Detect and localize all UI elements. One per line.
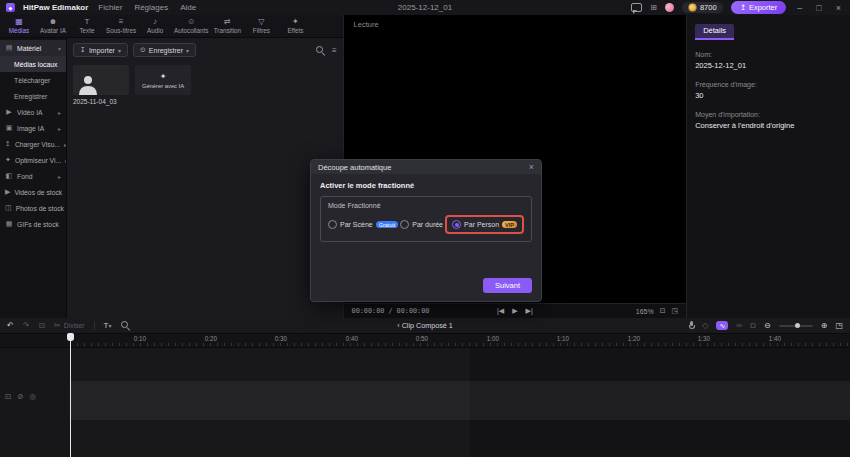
zoom-out-icon[interactable]: ⊖ — [764, 322, 771, 330]
image-ai-icon: ▣ — [5, 124, 13, 132]
sidebar-item-image-ia[interactable]: ▣ Image IA ▸ — [0, 120, 66, 136]
timeline-search-icon[interactable] — [121, 321, 130, 330]
tab-transition[interactable]: ⇄ Transition — [210, 17, 244, 35]
playhead-handle[interactable] — [67, 333, 74, 341]
undo-icon[interactable]: ↶ — [7, 322, 14, 330]
next-button[interactable]: Suivant — [483, 278, 532, 293]
ruler-label: 1:10 — [557, 335, 569, 342]
track-mute-icon[interactable]: ⊘ — [17, 392, 23, 401]
app-window: ◆ HitPaw Edimakor Fichier Réglages Aide … — [0, 0, 850, 457]
play-icon[interactable]: ▶ — [512, 307, 517, 315]
messages-icon[interactable] — [631, 3, 642, 12]
list-view-icon[interactable]: ≡ — [332, 46, 337, 55]
sidebar-item-materiel[interactable]: ▤ Matériel ▾ — [0, 40, 66, 56]
import-button[interactable]: ↧ Importer ▾ — [73, 43, 128, 57]
tab-autocollants[interactable]: ☺ Autocollants — [172, 17, 210, 35]
zoom-in-icon[interactable]: ⊕ — [821, 322, 828, 330]
tab-details[interactable]: Détails — [695, 24, 734, 40]
menu-fichier[interactable]: Fichier — [96, 3, 124, 12]
tab-filtres[interactable]: ▽ Filtres — [244, 17, 278, 35]
playhead[interactable] — [70, 333, 71, 457]
track-media-icon[interactable]: ⊡ — [5, 392, 11, 401]
record-button[interactable]: ⊙ Enregistrer ▾ — [133, 43, 196, 57]
sidebar-item-fond[interactable]: ◧ Fond ▸ — [0, 168, 66, 184]
ruler-label: 0:50 — [416, 335, 428, 342]
sidebar-item-gifs-stock[interactable]: ▦ GIFs de stock — [0, 216, 66, 232]
playback-bar: 00:00:00 / 00:00:00 |◀ ▶ ▶| 165% ⊡ ◳ — [344, 303, 687, 318]
chevron-right-icon: ▸ — [64, 141, 66, 148]
videos-stock-label: Vidéos de stock — [14, 189, 62, 196]
fit-timeline-icon[interactable]: ◳ — [835, 322, 843, 330]
par-scene-label: Par Scène — [340, 221, 373, 228]
dialog-subtitle: Activer le mode fractionné — [320, 181, 532, 190]
radio-selected-icon — [452, 220, 461, 229]
tab-audio[interactable]: ♪ Audio — [138, 17, 172, 35]
minimize-button[interactable]: – — [794, 3, 805, 13]
sidebar-item-videos-stock[interactable]: ▶ Vidéos de stock — [0, 184, 66, 200]
timeline-tracks[interactable]: ⊡ ⊘ ◎ — [0, 348, 850, 457]
track-cc-icon[interactable]: ◎ — [30, 392, 37, 401]
sidebar-item-photos-stock[interactable]: ◫ Photos de stock — [0, 200, 66, 216]
back-icon[interactable]: ‹ — [397, 321, 399, 330]
titlebar-actions: ⊞ 8700 ↥ Exporter – □ × — [631, 1, 844, 14]
record-icon: ⊙ — [140, 46, 146, 54]
tab-sous-titres[interactable]: ≡ Sous-titres — [104, 17, 138, 35]
sidebar-item-optimiseur[interactable]: ✦ Optimiseur Vi... ▸ — [0, 152, 66, 168]
audio-waveform-toggle[interactable]: ∿ — [716, 321, 728, 330]
tab-avatar-ia[interactable]: ☻ Avatar IA — [36, 17, 70, 35]
aspect-ratio-icon[interactable]: ⊡ — [660, 307, 666, 315]
previous-frame-icon[interactable]: |◀ — [497, 307, 504, 315]
left-panel: ▦ Médias ☻ Avatar IA T Texte ≡ Sous-titr… — [0, 15, 343, 318]
sidebar-item-medias-locaux[interactable]: Médias locaux — [0, 56, 66, 72]
track-header — [0, 348, 71, 457]
maximize-button[interactable]: □ — [813, 3, 824, 13]
option-par-scene[interactable]: Par Scène Gratuit — [328, 220, 398, 229]
enregistrer-label: Enregistrer — [14, 93, 47, 100]
next-frame-icon[interactable]: ▶| — [526, 307, 533, 315]
sidebar-item-enregistrer[interactable]: Enregistrer — [0, 88, 66, 104]
voiceover-mic-icon[interactable] — [689, 321, 694, 330]
redo-icon[interactable]: ↷ — [23, 322, 30, 330]
fond-label: Fond — [17, 173, 33, 180]
subtitles-icon: ≡ — [119, 18, 124, 26]
sidebar-item-telecharger[interactable]: Télécharger — [0, 72, 66, 88]
tab-effets[interactable]: ✦ Effets — [278, 17, 312, 35]
link-icon[interactable]: ∞ — [736, 322, 742, 330]
split-label: Diviser — [64, 322, 85, 329]
ruler-label: 1:20 — [628, 335, 640, 342]
text-tool-button[interactable]: T▾ — [104, 322, 112, 330]
generate-ai-label: Générer avec IA — [142, 83, 184, 89]
timeline-ruler[interactable]: 0 0:10 0:20 0:30 0:40 0:50 1:00 1:10 1:2… — [0, 334, 850, 348]
apps-grid-icon[interactable]: ⊞ — [650, 3, 657, 12]
generate-ai-card[interactable]: ✦ Générer avec IA — [135, 65, 191, 95]
dialog-close-icon[interactable]: × — [529, 162, 534, 172]
sidebar-item-charger-visuel[interactable]: ↥ Charger Visu... ▸ — [0, 136, 66, 152]
media-clip-card[interactable]: 2025-11-04_03 — [73, 65, 129, 105]
fullscreen-icon[interactable]: ◳ — [672, 307, 679, 315]
export-button[interactable]: ↥ Exporter — [731, 1, 787, 14]
timeline-clip-region[interactable] — [70, 348, 470, 457]
option-par-person[interactable]: Par Person VIP — [452, 220, 517, 229]
chevron-right-icon: ▸ — [58, 109, 61, 116]
sidebar-item-video-ia[interactable]: ▶ Vidéo IA ▸ — [0, 104, 66, 120]
timeline-zoom-slider[interactable] — [779, 325, 813, 327]
keyframe-icon[interactable]: ◇ — [702, 322, 708, 330]
preview-zoom-level[interactable]: 165% — [636, 308, 654, 315]
media-sidebar: ▤ Matériel ▾ Médias locaux Télécharger E… — [0, 38, 67, 318]
tab-audio-label: Audio — [147, 27, 163, 34]
user-avatar[interactable] — [665, 3, 674, 12]
credits-badge[interactable]: 8700 — [682, 2, 723, 13]
stickers-icon: ☺ — [187, 18, 195, 26]
search-icon[interactable] — [316, 46, 325, 55]
snapshot-icon[interactable]: ⊡ — [38, 322, 45, 330]
close-button[interactable]: × — [833, 3, 844, 13]
tab-texte[interactable]: T Texte — [70, 17, 104, 35]
ruler-label: 1:30 — [698, 335, 710, 342]
chevron-right-icon: ▸ — [58, 173, 61, 180]
menu-reglages[interactable]: Réglages — [132, 3, 170, 12]
tab-medias[interactable]: ▦ Médias — [2, 17, 36, 35]
option-par-duree[interactable]: Par durée — [400, 220, 443, 229]
magnet-snap-icon[interactable]: Ω — [750, 322, 756, 330]
menu-aide[interactable]: Aide — [178, 3, 198, 12]
split-icon[interactable]: ✂ — [54, 322, 61, 330]
